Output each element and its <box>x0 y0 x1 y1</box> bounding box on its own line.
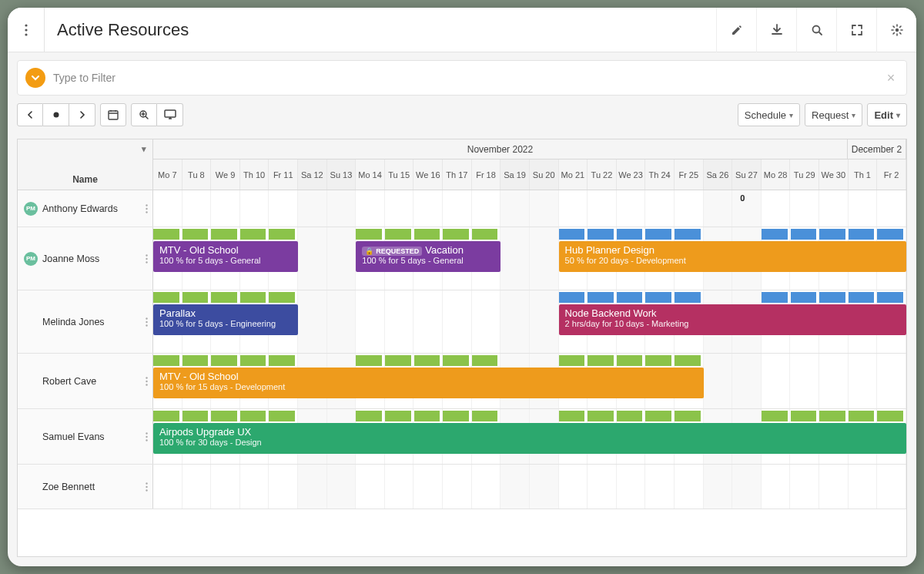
day-header[interactable]: Th 10 <box>240 159 270 190</box>
booking-subtitle: 50 % for 20 days - Development <box>565 256 900 265</box>
svg-point-16 <box>146 321 147 322</box>
filter-expand-icon[interactable] <box>25 68 45 88</box>
svg-point-13 <box>146 257 147 259</box>
filter-bar: × <box>17 60 907 96</box>
booking-bar[interactable]: Node Backend Work2 hrs/day for 10 days -… <box>559 304 906 335</box>
row-menu-icon[interactable] <box>146 254 148 264</box>
resource-timeline[interactable]: 0 <box>153 190 906 227</box>
day-header[interactable]: Su 20 <box>530 159 559 190</box>
day-header[interactable]: Tu 15 <box>385 159 414 190</box>
day-header[interactable]: Sa 26 <box>704 159 733 190</box>
row-menu-icon[interactable] <box>146 204 148 213</box>
day-marker: 0 <box>740 193 745 203</box>
booking-bar[interactable]: MTV - Old School100 % for 5 days - Gener… <box>153 241 298 272</box>
display-button[interactable] <box>157 103 183 126</box>
availability-segment <box>211 355 239 366</box>
resource-timeline[interactable]: Parallax100 % for 5 days - EngineeringNo… <box>153 290 906 353</box>
resource-timeline[interactable]: MTV - Old School100 % for 5 days - Gener… <box>153 227 906 290</box>
chevron-down-icon[interactable]: ▾ <box>142 144 146 154</box>
schedule-dropdown[interactable]: Schedule <box>738 103 800 126</box>
next-button[interactable] <box>69 103 95 126</box>
name-header-label: Name <box>72 174 98 185</box>
prev-button[interactable] <box>17 103 43 126</box>
svg-point-14 <box>146 261 147 263</box>
request-dropdown[interactable]: Request <box>805 103 862 126</box>
availability-segment <box>269 229 296 240</box>
day-header[interactable]: Mo 7 <box>153 159 182 190</box>
fullscreen-icon[interactable] <box>836 8 876 52</box>
day-header[interactable]: Sa 12 <box>298 159 327 190</box>
day-header[interactable]: Tu 8 <box>182 159 212 190</box>
availability-segment <box>356 355 383 366</box>
day-header[interactable]: Mo 21 <box>559 159 588 190</box>
day-header[interactable]: Mo 14 <box>356 159 385 190</box>
name-column-header[interactable]: ▾ Name <box>18 139 153 190</box>
nav-group <box>17 103 95 126</box>
day-header[interactable]: Fr 25 <box>675 159 704 190</box>
row-menu-icon[interactable] <box>146 317 148 327</box>
day-header[interactable]: We 9 <box>211 159 240 190</box>
avatar: PM <box>24 252 38 266</box>
today-button[interactable] <box>43 103 69 126</box>
row-menu-icon[interactable] <box>146 482 148 492</box>
filter-input[interactable] <box>53 72 875 84</box>
day-header[interactable]: Su 27 <box>732 159 762 190</box>
booking-title: MTV - Old School <box>159 244 239 256</box>
resource-timeline[interactable]: MTV - Old School100 % for 15 days - Deve… <box>153 354 906 408</box>
availability-segment <box>617 411 644 421</box>
resource-timeline[interactable]: Airpods Upgrade UX100 % for 30 days - De… <box>153 409 906 464</box>
header-menu-button[interactable] <box>8 8 45 52</box>
day-header[interactable]: We 23 <box>617 159 646 190</box>
day-header[interactable]: We 16 <box>413 159 443 190</box>
day-header[interactable]: Th 17 <box>443 159 472 190</box>
resource-row: PMAnthony Edwards0 <box>18 190 906 227</box>
availability-segment <box>182 411 210 421</box>
booking-bar[interactable]: Parallax100 % for 5 days - Engineering <box>153 304 298 335</box>
resource-cell[interactable]: PMJoanne Moss <box>18 227 153 290</box>
svg-point-22 <box>146 435 147 437</box>
day-header[interactable]: Fr 18 <box>472 159 501 190</box>
day-header[interactable]: We 30 <box>819 159 849 190</box>
day-header[interactable]: Th 24 <box>645 159 675 190</box>
resource-cell[interactable]: Melinda Jones <box>18 290 153 353</box>
row-menu-icon[interactable] <box>146 432 148 441</box>
svg-point-3 <box>812 25 819 32</box>
day-header[interactable]: Su 13 <box>327 159 357 190</box>
availability-segment <box>762 411 789 421</box>
search-icon[interactable] <box>796 8 836 52</box>
booking-bar[interactable]: Hub Planner Design50 % for 20 days - Dev… <box>559 241 906 272</box>
day-header[interactable]: Tu 29 <box>790 159 819 190</box>
bars-layer: MTV - Old School100 % for 5 days - Gener… <box>153 227 906 290</box>
filter-clear-icon[interactable]: × <box>875 70 906 86</box>
edit-dropdown[interactable]: Edit <box>867 103 907 126</box>
day-header[interactable]: Fr 11 <box>269 159 298 190</box>
calendar-button[interactable] <box>100 103 126 126</box>
booking-bar[interactable]: MTV - Old School100 % for 15 days - Deve… <box>153 368 704 398</box>
day-header[interactable]: Sa 19 <box>500 159 530 190</box>
availability-segment <box>472 229 500 240</box>
resource-cell[interactable]: Samuel Evans <box>18 409 153 464</box>
availability-segment <box>675 411 702 421</box>
availability-segment <box>617 355 644 366</box>
resource-cell[interactable]: PMAnthony Edwards <box>18 190 153 227</box>
resource-cell[interactable]: Robert Cave <box>18 354 153 408</box>
availability-segment <box>240 229 268 240</box>
booking-bar[interactable]: 🔒REQUESTEDVacation100 % for 5 days - Gen… <box>356 241 500 272</box>
page-title: Active Resources <box>45 20 716 40</box>
day-header[interactable]: Fr 2 <box>877 159 906 190</box>
resource-cell[interactable]: Zoe Bennett <box>18 465 153 509</box>
bars-layer: 0 <box>153 190 906 227</box>
download-icon[interactable] <box>756 8 796 52</box>
svg-point-19 <box>146 380 147 381</box>
settings-icon[interactable] <box>876 8 916 52</box>
edit-icon[interactable] <box>716 8 756 52</box>
availability-segment <box>819 411 847 421</box>
day-header[interactable]: Mo 28 <box>762 159 791 190</box>
booking-bar[interactable]: Airpods Upgrade UX100 % for 30 days - De… <box>153 423 906 454</box>
zoom-button[interactable] <box>131 103 157 126</box>
availability-segment <box>211 229 239 240</box>
row-menu-icon[interactable] <box>146 377 148 386</box>
resource-timeline[interactable] <box>153 465 906 509</box>
day-header[interactable]: Tu 22 <box>588 159 617 190</box>
day-header[interactable]: Th 1 <box>849 159 878 190</box>
